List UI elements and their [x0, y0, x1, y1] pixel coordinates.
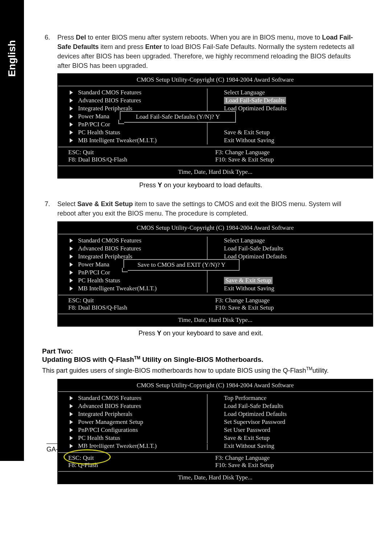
- chevron-right-icon: [70, 254, 73, 259]
- highlighted-item[interactable]: Save & Exit Setup: [224, 277, 273, 284]
- page-footer: GA-8I915P-MF Motherboard - 60 -: [46, 446, 359, 453]
- footer-line: [46, 443, 359, 444]
- part-two-head: Part Two:: [42, 347, 359, 355]
- part-two-intro: This part guides users of single-BIOS mo…: [42, 366, 359, 375]
- bios-panel-save-exit: CMOS Setup Utility-Copyright (C) 1984-20…: [57, 221, 373, 327]
- chevron-right-icon: [70, 278, 73, 283]
- caption-load-defaults: Press Y on your keyboard to load default…: [42, 181, 359, 189]
- chevron-right-icon: [70, 270, 73, 275]
- chevron-right-icon: [70, 114, 73, 119]
- part-two-sub: Updating BIOS with Q-FlashTM Utility on …: [42, 355, 359, 364]
- chevron-right-icon: [70, 130, 73, 135]
- chevron-right-icon: [70, 428, 73, 432]
- chevron-right-icon: [70, 98, 73, 103]
- bios-panel-load-defaults: CMOS Setup Utility-Copyright (C) 1984-20…: [57, 73, 373, 179]
- chevron-right-icon: [70, 106, 73, 111]
- confirmation-dialog[interactable]: Load Fail-Safe Defaults (Y/N)? Y: [120, 111, 236, 123]
- chevron-right-icon: [70, 90, 73, 95]
- chevron-right-icon: [70, 412, 73, 416]
- bios-title: CMOS Setup Utility-Copyright (C) 1984-20…: [58, 74, 372, 86]
- step-7: 7. Select Save & Exit Setup item to save…: [42, 199, 359, 218]
- chevron-right-icon: [70, 262, 73, 267]
- chevron-right-icon: [70, 286, 73, 291]
- chevron-right-icon: [70, 238, 73, 243]
- language-sidebar: English: [0, 0, 24, 461]
- highlighted-item[interactable]: Load Fail-Safe Defaults: [224, 97, 286, 104]
- page-content: 6. Press Del to enter BIOS menu after sy…: [24, 0, 392, 487]
- chevron-right-icon: [70, 138, 73, 143]
- chevron-right-icon: [70, 420, 73, 424]
- chevron-right-icon: [70, 436, 73, 440]
- chevron-right-icon: [70, 122, 73, 127]
- bios-panel-single-bios: CMOS Setup Utility-Copyright (C) 1984-20…: [57, 379, 373, 484]
- language-label: English: [6, 40, 18, 77]
- chevron-right-icon: [70, 404, 73, 408]
- caption-save-exit: Press Y on your keyboard to save and exi…: [42, 330, 359, 337]
- chevron-right-icon: [70, 396, 73, 400]
- confirmation-dialog[interactable]: Save to CMOS and EXIT (Y/N)? Y: [123, 259, 240, 271]
- chevron-right-icon: [70, 246, 73, 251]
- step-6: 6. Press Del to enter BIOS menu after sy…: [42, 33, 359, 70]
